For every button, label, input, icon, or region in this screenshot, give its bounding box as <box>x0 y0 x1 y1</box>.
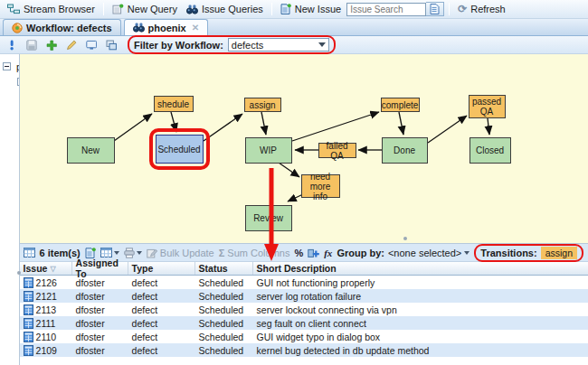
tab-label: phoenix <box>148 23 186 33</box>
issue-search-input[interactable] <box>346 3 426 16</box>
refresh-button[interactable]: ⟳ Refresh <box>454 3 509 15</box>
transition-passed-qa[interactable]: passed QA <box>469 95 506 118</box>
state-wip[interactable]: WIP <box>245 137 292 164</box>
new-issue-icon <box>280 4 291 14</box>
splitter-grip[interactable] <box>403 237 407 240</box>
short-description: seg fault on client connect <box>257 318 366 329</box>
state-label: Done <box>394 145 415 155</box>
tree-item-to-be-verified[interactable]: To Be Verified <box>0 120 19 136</box>
state-closed[interactable]: Closed <box>469 137 511 164</box>
transition-label: passed QA <box>469 97 505 117</box>
issue-queries-button[interactable]: Issue Queries <box>183 3 267 15</box>
state-review[interactable]: Review <box>245 205 292 231</box>
group-by-select[interactable]: <none selected> <box>388 248 469 258</box>
tree-item-public[interactable]: public <box>0 182 19 197</box>
sum-columns-button[interactable]: Σ Sum Columns <box>219 248 290 258</box>
formula-button[interactable]: fx <box>324 248 332 258</box>
add-button[interactable] <box>44 39 59 51</box>
assigned-to: dfoster <box>76 332 105 342</box>
stream-browser-label: Stream Browser <box>24 4 95 14</box>
state-done[interactable]: Done <box>382 137 428 164</box>
state-label: Review <box>253 213 283 223</box>
refresh-icon: ⟳ <box>458 4 467 14</box>
issue-icon <box>24 304 33 315</box>
filter-by-workflow-select[interactable]: defects <box>228 38 329 51</box>
issue-search <box>346 2 444 16</box>
group-by-label: Group by: <box>337 248 384 258</box>
percent-button[interactable]: % <box>294 248 303 258</box>
columns-button[interactable] <box>100 248 119 257</box>
workflow-icon <box>12 23 23 33</box>
edit-button[interactable] <box>64 39 79 51</box>
splitter-grip[interactable] <box>17 271 21 275</box>
tree-item-wip[interactable]: WIP <box>0 166 19 182</box>
state-new[interactable]: New <box>67 137 115 164</box>
search-go-icon <box>430 4 440 14</box>
main-area: phoenix dfoster My Stuff Scheduled To Be… <box>0 54 588 365</box>
print-button[interactable] <box>124 248 142 258</box>
plus-icon <box>46 40 57 51</box>
tree-item-verified[interactable]: Verified <box>0 136 19 151</box>
table-row[interactable]: 2113 dfoster defect Scheduled server loc… <box>20 303 588 316</box>
issue-status: Scheduled <box>199 332 244 342</box>
tree-item-my-stuff[interactable]: My Stuff <box>0 89 19 105</box>
new-query-icon <box>112 4 124 14</box>
new-query-button[interactable]: New Query <box>109 3 181 15</box>
table-row[interactable]: 2126 dfoster defect Scheduled GUI not fu… <box>20 276 588 289</box>
tree-item-new-issues[interactable]: New Issues <box>0 151 19 166</box>
issue-search-go-button[interactable] <box>426 2 444 16</box>
column-header-type[interactable]: Type <box>128 262 195 275</box>
add-column-icon[interactable] <box>308 248 319 258</box>
transition-shedule[interactable]: shedule <box>154 96 194 112</box>
column-header-short-description[interactable]: Short Description <box>253 262 588 275</box>
item-count-label: 6 item(s) <box>40 248 81 258</box>
issue-grid-panel: 6 item(s) Bulk Update Σ <box>20 244 588 365</box>
column-header-issue[interactable]: Issue ▽ <box>20 262 72 275</box>
transition-complete[interactable]: complete <box>381 98 420 112</box>
tab-phoenix[interactable]: phoenix ✕ <box>124 19 209 35</box>
table-row[interactable]: 2111 dfoster defect Scheduled seg fault … <box>20 316 588 330</box>
tree-item-phoenix[interactable]: phoenix <box>0 59 19 74</box>
tree-item-dfoster[interactable]: dfoster <box>0 74 19 89</box>
bulk-update-label: Bulk Update <box>160 248 214 258</box>
column-header-status[interactable]: Status <box>195 262 253 275</box>
issue-id: 2126 <box>36 277 57 288</box>
state-label: Closed <box>476 145 504 155</box>
tree-item-scheduled[interactable]: Scheduled <box>0 105 19 120</box>
state-scheduled[interactable]: Scheduled <box>156 135 204 164</box>
filter-highlight-annotation: Filter by Workflow: defects <box>128 35 336 54</box>
transition-assign[interactable]: assign <box>244 98 281 112</box>
copy-view-button[interactable] <box>104 39 119 51</box>
transition-assign-button[interactable]: assign <box>541 247 577 259</box>
exclamation-icon <box>6 40 17 51</box>
pencil-icon <box>66 40 77 51</box>
chevron-down-icon <box>318 42 326 47</box>
pin-button[interactable] <box>5 39 19 51</box>
transition-failed-qa[interactable]: failed QA <box>318 143 356 158</box>
transition-label: complete <box>382 100 419 110</box>
issue-id: 2110 <box>36 332 57 342</box>
stream-browser-button[interactable]: Stream Browser <box>4 3 99 15</box>
right-panel: shedule assign complete failed QA passed… <box>19 54 588 365</box>
save-button[interactable] <box>24 39 39 51</box>
close-tab-icon[interactable]: ✕ <box>192 23 199 33</box>
table-row[interactable]: 2110 dfoster defect Scheduled GUI widget… <box>20 330 588 343</box>
tab-workflow-defects[interactable]: Workflow: defects <box>3 19 121 35</box>
new-issue-button[interactable]: New Issue <box>277 3 345 15</box>
stream-browser-icon <box>7 4 20 14</box>
tab-bar: Workflow: defects phoenix ✕ <box>0 19 588 36</box>
transition-need-more-info[interactable]: need more info <box>301 174 340 198</box>
table-row[interactable]: 2121 dfoster defect Scheduled server log… <box>20 289 588 303</box>
preview-button[interactable] <box>84 39 99 51</box>
state-label: WIP <box>260 145 277 155</box>
new-issue-icon[interactable] <box>85 248 96 258</box>
table-row[interactable]: 2109 dfoster defect Scheduled kernel bug… <box>20 343 588 357</box>
bulk-update-button[interactable]: Bulk Update <box>147 248 214 258</box>
group-by-control: Group by: <none selected> <box>337 248 469 258</box>
collapse-icon[interactable] <box>3 62 11 70</box>
short-description: server lockout connecting via vpn <box>257 304 397 315</box>
save-icon <box>26 40 37 51</box>
refresh-label: Refresh <box>470 4 506 14</box>
sum-columns-label: Sum Columns <box>227 248 289 258</box>
column-header-assigned-to[interactable]: Assigned To <box>72 262 128 275</box>
